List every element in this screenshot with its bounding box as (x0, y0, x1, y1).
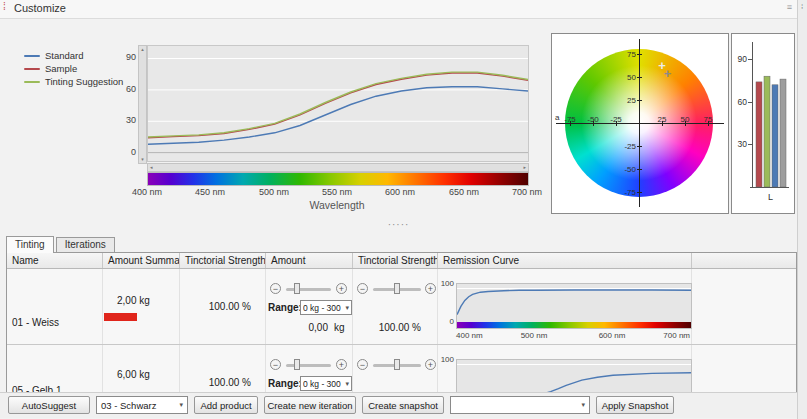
remission-y-tick: 0 (440, 317, 454, 326)
x-tick-label: 600 nm (385, 187, 415, 197)
amount-slider-thumb[interactable] (294, 283, 300, 294)
chart-horizontal-scrollbar[interactable]: ◂ ▸ (147, 163, 529, 172)
strength-summary-value: 100.00 % (209, 301, 251, 312)
legend-label: Sample (45, 63, 77, 74)
axis-tick (637, 146, 642, 147)
strength-slider-thumb[interactable] (394, 283, 400, 294)
window-menu-icon[interactable]: ≡ (787, 2, 792, 12)
amount-summary-value: 6,00 kg (117, 369, 150, 380)
scroll-right-icon[interactable]: ▸ (523, 164, 526, 170)
l-tick-label: 90 (734, 54, 747, 64)
remission-x-tick: 500 nm (521, 331, 548, 340)
product-select[interactable]: 03 - Schwarz ▾ (96, 396, 188, 414)
amount-stepper: − + (266, 359, 352, 372)
column-header-strength-summary[interactable]: Tinctorial Strength Su... (180, 253, 266, 268)
lightness-bars-svg (753, 45, 789, 187)
add-product-button[interactable]: Add product (194, 396, 258, 414)
product-name: 01 - Weiss (12, 317, 59, 328)
name-cell: 01 - Weiss (7, 269, 103, 344)
tinctorial-strength-cell: − + 100.00 % (353, 345, 438, 394)
create-snapshot-button[interactable]: Create snapshot (362, 396, 444, 414)
strength-value: 100.00 % (379, 322, 421, 333)
splitter-handle[interactable]: ····· (0, 221, 797, 232)
titlebar: ⁞ Customize ≡ (0, 0, 797, 19)
strength-summary-value: 100.00 % (209, 377, 251, 388)
strength-slider-thumb[interactable] (394, 359, 400, 370)
range-select[interactable]: 0 kg - 300 ▾ (300, 376, 352, 391)
amount-summary-cell: 2,00 kg (103, 269, 180, 344)
spectrum-strip (457, 322, 691, 328)
strength-decrease-button[interactable]: − (357, 283, 368, 294)
wavelength-spectrum-bar (147, 172, 529, 186)
x-tick-label: 550 nm (322, 187, 352, 197)
axis-tick (662, 121, 663, 126)
amount-bar (104, 313, 137, 321)
amount-increase-button[interactable]: + (336, 359, 347, 370)
remission-x-tick: 700 nm (663, 331, 690, 340)
legend-item-tinting-suggestion: Tinting Suggestion (24, 76, 134, 89)
tab-tinting[interactable]: Tinting (6, 236, 54, 253)
tinting-grid: Name Amount Summary Tinctorial Strength … (6, 252, 797, 394)
bottom-toolbar: AutoSuggest 03 - Schwarz ▾ Add product C… (0, 392, 797, 418)
filler-cell (692, 269, 796, 344)
range-selected-value: 0 kg - 300 (303, 379, 341, 389)
legend-item-standard: Standard (24, 50, 134, 63)
apply-snapshot-button[interactable]: Apply Snapshot (596, 396, 674, 414)
amount-slider-thumb[interactable] (294, 359, 300, 370)
chevron-down-icon: ▾ (581, 401, 585, 409)
amount-increase-button[interactable]: + (336, 283, 347, 294)
remission-line-svg (457, 360, 691, 394)
strength-summary-cell: 100.00 % (180, 345, 266, 394)
suggestion-line-swatch (24, 81, 40, 83)
axis-tick (637, 77, 642, 78)
strength-stepper: − + (353, 283, 437, 296)
autosuggest-button[interactable]: AutoSuggest (8, 396, 90, 414)
sample-point-icon: + (664, 69, 672, 79)
legend-label: Tinting Suggestion (45, 76, 123, 87)
create-new-iteration-button[interactable]: Create new iteration (264, 396, 356, 414)
scroll-left-icon[interactable]: ◂ (150, 164, 153, 170)
chart-vertical-scrollbar[interactable]: ▴ ▾ (138, 45, 147, 164)
column-header-name[interactable]: Name (7, 253, 103, 268)
chevron-down-icon: ▾ (179, 401, 183, 409)
scroll-up-icon[interactable]: ▴ (139, 47, 146, 52)
drag-grip-icon[interactable]: ⁞ (3, 1, 6, 12)
table-row[interactable]: 01 - Weiss 2,00 kg 100.00 % − + Range: 0… (7, 269, 796, 345)
range-label: Range: (268, 302, 302, 313)
remission-plot-area (456, 359, 692, 394)
x-tick-label: 400 nm (132, 187, 162, 197)
remission-plot-area (456, 283, 692, 329)
axis-tick (637, 100, 642, 101)
column-header-tinctorial-strength[interactable]: Tinctorial Strength (353, 253, 438, 268)
table-row[interactable]: 05 - Gelb 1 6,00 kg 100.00 % − + Range: … (7, 345, 796, 394)
tab-iterations[interactable]: Iterations (56, 237, 115, 253)
amount-slider[interactable] (286, 364, 331, 367)
snapshot-select[interactable]: ▾ (450, 396, 590, 414)
edge-grip-icon[interactable]: ⁞ (801, 2, 803, 11)
column-header-filler (692, 253, 796, 268)
strength-decrease-button[interactable]: − (357, 359, 368, 370)
scroll-down-icon[interactable]: ▾ (139, 157, 146, 162)
amount-decrease-button[interactable]: − (270, 359, 281, 370)
product-selected-value: 03 - Schwarz (101, 400, 156, 411)
column-header-amount-summary[interactable]: Amount Summary (103, 253, 180, 268)
amount-slider[interactable] (286, 288, 331, 291)
x-tick-label: 450 nm (195, 187, 225, 197)
l-tick-label: 60 (734, 97, 747, 107)
y-tick-label: 60 (120, 84, 136, 94)
strength-increase-button[interactable]: + (425, 283, 436, 294)
column-header-remission-curve[interactable]: Remission Curve (438, 253, 692, 268)
chevron-down-icon: ▾ (345, 304, 349, 312)
legend-item-sample: Sample (24, 63, 134, 76)
l-axis-label: L (752, 192, 789, 202)
app-window: ⁞ Customize ≡ ⁞ Standard Sample Tinting … (0, 0, 807, 419)
strength-increase-button[interactable]: + (425, 359, 436, 370)
remission-y-tick: 100 (440, 355, 454, 364)
spectral-plot-area (147, 45, 529, 162)
remission-chart: 100 0 400 nm 500 nm 600 nm 700 nm (440, 355, 692, 394)
range-select[interactable]: 0 kg - 300 ▾ (300, 300, 352, 315)
legend-label: Standard (45, 50, 84, 61)
column-header-amount[interactable]: Amount (266, 253, 353, 268)
amount-decrease-button[interactable]: − (270, 283, 281, 294)
axis-tick (708, 121, 709, 126)
